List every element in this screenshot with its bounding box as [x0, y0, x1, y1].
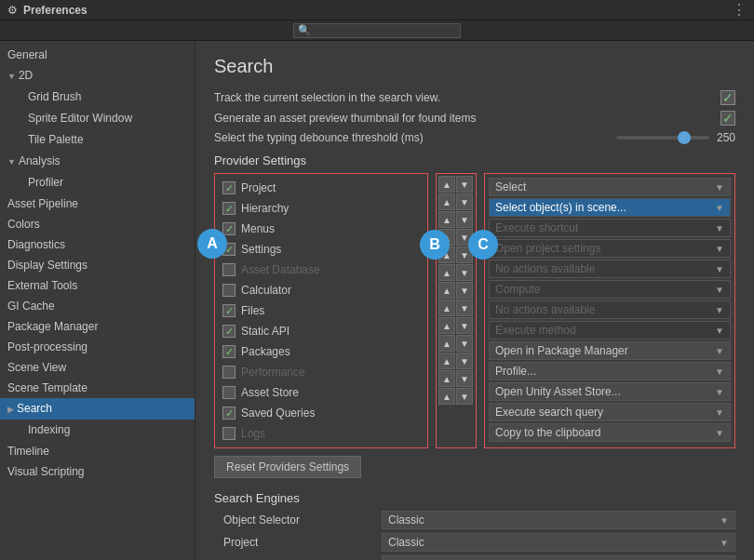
top-search-container[interactable]: 🔍: [293, 23, 461, 38]
arrow-down-btn[interactable]: ▼: [456, 282, 473, 299]
action-dropdown-execute-search-query[interactable]: Execute search query▼: [489, 403, 731, 421]
arrow-up-btn[interactable]: ▲: [438, 317, 455, 334]
provider-item-packages[interactable]: Packages: [219, 341, 424, 362]
slider-track[interactable]: [616, 136, 709, 140]
sidebar-item-external-tools[interactable]: External Tools: [0, 275, 195, 296]
action-dropdown-open-in-package-manager[interactable]: Open in Package Manager▼: [489, 341, 731, 360]
action-dropdown-open-project-settings[interactable]: Open project settings▼: [489, 239, 731, 258]
sidebar-item-scene-template[interactable]: Scene Template: [0, 378, 195, 398]
action-dropdown-copy-to-the-clipboard[interactable]: Copy to the clipboard▼: [489, 423, 731, 442]
arrow-down-btn[interactable]: ▼: [456, 353, 473, 369]
arrow-up-btn[interactable]: ▲: [438, 300, 455, 316]
sidebar-item-indexing[interactable]: ▶Indexing: [0, 420, 195, 441]
sidebar-item-search[interactable]: ▶Search: [0, 398, 195, 420]
action-dropdown-execute-shortcut[interactable]: Execute shortcut▼: [489, 219, 731, 237]
provider-item-logs[interactable]: Logs: [219, 423, 424, 444]
slider-thumb[interactable]: [678, 131, 691, 144]
arrow-up-btn[interactable]: ▲: [438, 370, 455, 387]
more-options-button[interactable]: ⋮: [732, 1, 747, 19]
provider-item-performance[interactable]: Performance: [219, 362, 424, 382]
sidebar-item-analysis[interactable]: ▼Analysis: [0, 151, 195, 172]
arrow-up-btn[interactable]: ▲: [438, 282, 455, 299]
arrow-up-btn[interactable]: ▲: [438, 388, 455, 405]
setting-check-0[interactable]: [720, 90, 735, 105]
sidebar-label-2d: 2D: [19, 69, 33, 82]
engines-list: Object Selector Classic ▼ Project Classi…: [214, 511, 735, 560]
engine-select-scene[interactable]: Classic ▼: [382, 555, 735, 560]
provider-item-project[interactable]: Project: [219, 178, 424, 198]
action-dropdown-open-unity-asset-store[interactable]: Open Unity Asset Store...▼: [489, 382, 731, 401]
action-dropdown-compute[interactable]: Compute▼: [489, 280, 731, 299]
arrow-down-btn[interactable]: ▼: [456, 264, 473, 281]
sidebar-item-sprite-editor[interactable]: ▶Sprite Editor Window: [0, 108, 195, 129]
sidebar-item-visual-scripting[interactable]: Visual Scripting: [0, 461, 195, 482]
reset-providers-button[interactable]: Reset Providers Settings: [214, 456, 361, 478]
arrow-down-btn[interactable]: ▼: [456, 335, 473, 352]
top-search-input[interactable]: [314, 25, 456, 36]
provider-item-files[interactable]: Files: [219, 300, 424, 321]
provider-check-asset-database[interactable]: [222, 263, 236, 276]
sidebar-item-display-settings[interactable]: Display Settings: [0, 255, 195, 275]
provider-check-saved-queries[interactable]: [222, 407, 236, 420]
setting-check-1[interactable]: [720, 111, 735, 126]
dropdown-arrow-icon: ▼: [715, 244, 724, 254]
provider-check-static-api[interactable]: [222, 325, 236, 338]
arrow-down-btn[interactable]: ▼: [456, 317, 473, 334]
sidebar-item-package-manager[interactable]: Package Manager: [0, 316, 195, 337]
sidebar-item-general[interactable]: General: [0, 45, 195, 65]
provider-label: Settings: [241, 241, 281, 258]
sidebar-item-gi-cache[interactable]: GI Cache: [0, 296, 195, 316]
sidebar-item-post-processing[interactable]: Post-processing: [0, 337, 195, 357]
engine-select-object-selector[interactable]: Classic ▼: [382, 511, 735, 529]
action-dropdown-no-actions-available[interactable]: No actions available▼: [489, 260, 731, 278]
provider-item-calculator[interactable]: Calculator: [219, 280, 424, 300]
provider-check-packages[interactable]: [222, 345, 236, 358]
provider-item-hierarchy[interactable]: Hierarchy: [219, 198, 424, 219]
provider-item-asset-store[interactable]: Asset Store: [219, 382, 424, 403]
provider-item-asset-database[interactable]: Asset Database: [219, 260, 424, 280]
action-dropdown-execute-method[interactable]: Execute method▼: [489, 321, 731, 340]
sidebar-item-colors[interactable]: Colors: [0, 214, 195, 234]
provider-check-hierarchy[interactable]: [222, 202, 236, 215]
arrow-down-btn[interactable]: ▼: [456, 211, 473, 228]
sidebar-item-diagnostics[interactable]: Diagnostics: [0, 234, 195, 255]
arrow-up-btn[interactable]: ▲: [438, 176, 455, 193]
arrow-down-btn[interactable]: ▼: [456, 176, 473, 193]
action-dropdown-profile[interactable]: Profile...▼: [489, 362, 731, 380]
provider-check-files[interactable]: [222, 304, 236, 317]
engine-select-project[interactable]: Classic ▼: [382, 533, 735, 552]
provider-item-static-api[interactable]: Static API: [219, 321, 424, 341]
sidebar-item-2d[interactable]: ▼2D: [0, 65, 195, 87]
provider-item-saved-queries[interactable]: Saved Queries: [219, 403, 424, 423]
provider-item-settings[interactable]: Settings: [219, 239, 424, 260]
arrow-up-btn[interactable]: ▲: [438, 193, 455, 210]
provider-check-logs[interactable]: [222, 427, 236, 440]
arrow-up-btn[interactable]: ▲: [438, 335, 455, 352]
arrow-up-btn[interactable]: ▲: [438, 264, 455, 281]
sidebar-item-timeline[interactable]: Timeline: [0, 441, 195, 461]
action-dropdown-no-actions-available[interactable]: No actions available▼: [489, 300, 731, 319]
arrow-down-btn[interactable]: ▼: [456, 388, 473, 405]
action-dropdown-select-objects-in-scene[interactable]: Select object(s) in scene...▼: [489, 198, 731, 217]
arrow-down-btn[interactable]: ▼: [456, 193, 473, 210]
action-label: Select: [495, 180, 526, 193]
sidebar-label-visual-scripting: Visual Scripting: [7, 465, 85, 478]
sidebar-item-grid-brush[interactable]: ▶Grid Brush: [0, 87, 195, 108]
dropdown-arrow-icon: ▼: [715, 223, 724, 233]
provider-item-menus[interactable]: Menus: [219, 219, 424, 239]
provider-check-calculator[interactable]: [222, 284, 236, 297]
provider-check-menus[interactable]: [222, 222, 236, 235]
provider-check-performance[interactable]: [222, 366, 236, 379]
arrow-down-btn[interactable]: ▼: [456, 300, 473, 316]
sidebar-item-tile-palette[interactable]: ▶Tile Palette: [0, 129, 195, 151]
sidebar-item-asset-pipeline[interactable]: Asset Pipeline: [0, 193, 195, 214]
sidebar-item-scene-view[interactable]: Scene View: [0, 357, 195, 378]
arrow-up-btn[interactable]: ▲: [438, 211, 455, 228]
action-dropdown-select[interactable]: Select▼: [489, 178, 731, 196]
provider-check-asset-store[interactable]: [222, 386, 236, 399]
arrow-up-btn[interactable]: ▲: [438, 353, 455, 369]
provider-label: Saved Queries: [241, 405, 315, 421]
provider-check-project[interactable]: [222, 181, 236, 194]
arrow-down-btn[interactable]: ▼: [456, 370, 473, 387]
sidebar-item-profiler[interactable]: ▶Profiler: [0, 172, 195, 193]
